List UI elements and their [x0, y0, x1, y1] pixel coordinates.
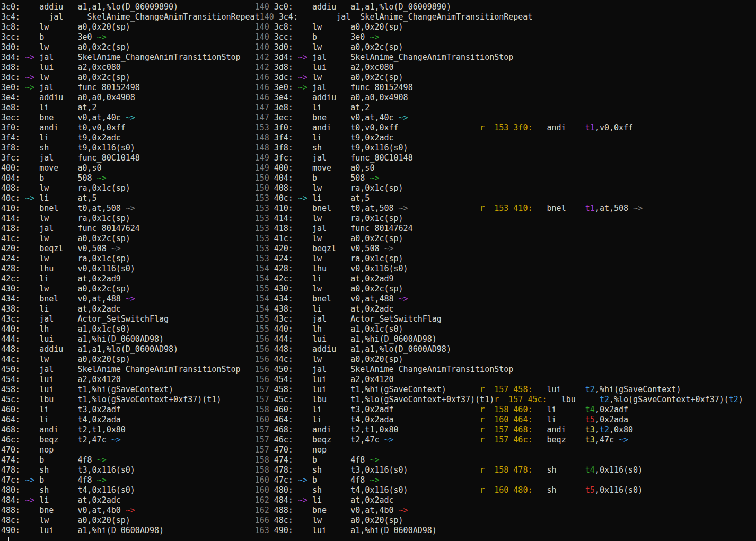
- operands: t1,%lo(gSaveContext+0xf37)(t1): [78, 395, 222, 404]
- line-number: 153: [255, 254, 274, 263]
- mnemonic: lw: [312, 183, 350, 193]
- column-gap: [169, 314, 255, 324]
- register-operand: ,%lo(gSaveContext+0xf37)(: [609, 395, 729, 404]
- operands: at,0x2ad9: [350, 274, 393, 283]
- asm-text: [20, 103, 39, 112]
- asm-text: [20, 425, 39, 434]
- line-number: 158: [255, 465, 274, 475]
- operands: a0,0x2c(sp): [350, 234, 403, 243]
- asm-text: [293, 344, 312, 354]
- asm-row-404: 404: b 508 ~> 150 404: b 508 ~>: [1, 173, 756, 183]
- mnemonic: li: [312, 495, 350, 505]
- address: 3d8:: [1, 63, 20, 72]
- line-number: 157: [255, 395, 274, 404]
- branch-target-arrow-icon: ~>: [298, 83, 307, 92]
- register-operand: t3: [585, 425, 595, 434]
- asm-text: [293, 42, 312, 52]
- operands: at,0x2adc: [78, 304, 121, 314]
- asm-row-42c: 42c: li at,0x2ad9 154 42c: li at,0x2ad9: [1, 274, 756, 284]
- asm-text: [20, 203, 39, 213]
- asm-text: [121, 203, 126, 213]
- address: 40c:: [274, 193, 293, 203]
- operands: 4f8: [350, 455, 365, 465]
- branch-arrow-icon: ~>: [97, 455, 107, 465]
- column-gap: [399, 425, 480, 434]
- operands: t0,at,508: [350, 203, 393, 213]
- asm-row-478: 478: sh t3,0x116(s0) 158 478: sh t3,0x11…: [1, 465, 756, 475]
- column-gap: [107, 32, 255, 42]
- mnemonic: jal: [39, 52, 77, 62]
- branch-target-arrow-icon: ~>: [298, 475, 307, 485]
- address: 434:: [274, 294, 293, 304]
- line-number: 155: [255, 284, 274, 294]
- asm-text: [20, 274, 39, 283]
- operands: a0,0x2c(sp): [350, 284, 403, 294]
- operands: SkelAnime_ChangeAnimTransitionStop: [350, 365, 513, 374]
- column-gap: [130, 183, 255, 193]
- address: 3f0:: [1, 123, 20, 132]
- asm-row-44c: 44c: lw a0,0x20(sp) 156 44c: lw a0,0x20(…: [1, 354, 756, 365]
- address: 3c8:: [1, 22, 20, 32]
- address: 484:: [1, 495, 20, 505]
- asm-row-3d4: 3d4: ~> jal SkelAnime_ChangeAnimTransiti…: [1, 52, 756, 63]
- mnemonic: lhu: [312, 264, 350, 273]
- asm-row-420: 420: beqzl v0,508 ~> 153 420: beqzl v0,5…: [1, 244, 756, 254]
- column-gap: [135, 143, 255, 153]
- mnemonic: sh: [312, 485, 350, 495]
- asm-text: [20, 334, 39, 344]
- asm-row-468: 468: andi t2,t1,0x80 157 468: andi t2,t1…: [1, 425, 756, 435]
- mnemonic: bnel: [547, 203, 585, 213]
- asm-text: [293, 415, 312, 424]
- mnemonic: jal: [39, 314, 77, 324]
- branch-arrow-icon: ~>: [111, 435, 121, 445]
- address: 3cc:: [1, 32, 20, 42]
- operands: 508: [78, 173, 92, 183]
- address: 3d8:: [274, 63, 293, 72]
- address: 3d4:: [1, 52, 20, 62]
- asm-text: [293, 113, 312, 122]
- address: 464:: [1, 415, 20, 424]
- asm-text: [20, 93, 39, 102]
- mnemonic: lui: [312, 334, 350, 344]
- mnemonic: lbu: [39, 395, 77, 404]
- asm-text: [20, 294, 39, 304]
- operands: t4,0x2ada: [350, 415, 393, 424]
- mnemonic: b: [39, 173, 77, 183]
- mnemonic: andi: [312, 425, 350, 434]
- mnemonic: sh: [312, 465, 350, 475]
- line-number: 160: [255, 475, 274, 485]
- operands: t0,at,508: [78, 203, 121, 213]
- line-number: 146: [255, 93, 274, 102]
- address: 43c:: [1, 314, 20, 324]
- asm-text: [20, 435, 39, 445]
- mnemonic: b: [39, 475, 77, 485]
- asm-text: [20, 365, 39, 374]
- asm-text: [107, 244, 111, 253]
- operands: t3,0x116(s0): [78, 465, 135, 475]
- address: 3fc:: [274, 153, 293, 163]
- address: 438:: [274, 304, 293, 314]
- address: 430:: [274, 284, 293, 294]
- operands: func_80147624: [350, 224, 412, 233]
- asm-row-460: 460: li t3,0x2adf 158 460: li t3,0x2adf …: [1, 405, 756, 415]
- line-number: 156: [255, 365, 274, 374]
- reg-diff-marker: r 157 468:: [480, 425, 532, 434]
- address: 400:: [1, 163, 20, 173]
- asm-row-480: 480: sh t4,0x116(s0) 160 480: sh t4,0x11…: [1, 485, 756, 495]
- operands: t2,47c: [78, 435, 107, 445]
- mnemonic: lw: [39, 234, 77, 243]
- address: 448:: [1, 344, 20, 354]
- line-number: 156: [255, 354, 274, 364]
- register-operand: ,0x116(s0): [595, 485, 643, 495]
- mnemonic: sh: [312, 143, 350, 153]
- line-number: 140: [255, 22, 274, 32]
- address: 428:: [274, 264, 293, 273]
- mnemonic: bne: [39, 113, 77, 122]
- line-number: 156: [255, 344, 274, 354]
- column-gap: [130, 234, 255, 243]
- address: 458:: [1, 385, 20, 394]
- text-cursor[interactable]: [8, 537, 9, 541]
- mnemonic: sh: [39, 465, 77, 475]
- operands: v0,at,488: [78, 294, 121, 304]
- asm-text: [293, 73, 298, 82]
